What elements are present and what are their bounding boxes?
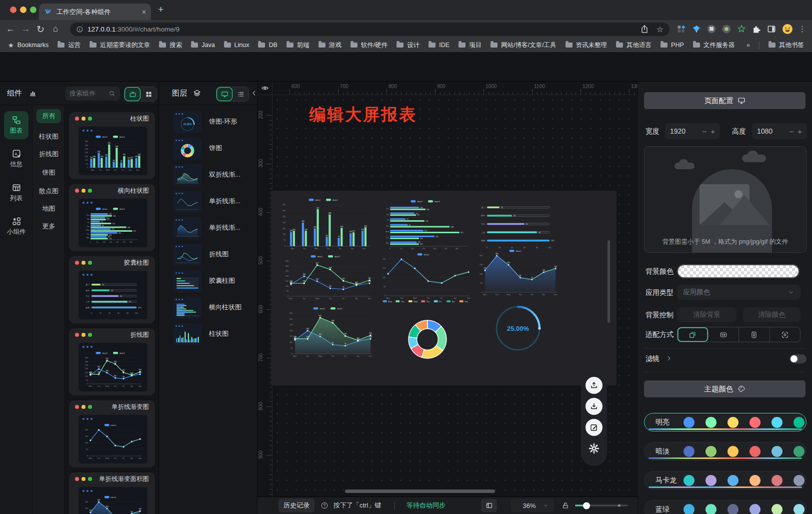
layer-item[interactable]: 横向柱状图 bbox=[159, 296, 257, 321]
extension-cmd-icon[interactable]: ⌘ bbox=[706, 24, 716, 34]
lock-icon[interactable] bbox=[562, 501, 570, 509]
other-bookmarks[interactable]: 其他书签 bbox=[768, 41, 804, 50]
ruler-corner[interactable] bbox=[258, 82, 272, 95]
bookmarks-root[interactable]: ★Bookmarks bbox=[8, 42, 48, 49]
profile-avatar[interactable] bbox=[782, 23, 794, 35]
sidebar-item-3[interactable]: 小组件 bbox=[4, 216, 28, 236]
sidebar-toggle-icon[interactable] bbox=[766, 24, 776, 34]
close-window-button[interactable] bbox=[10, 7, 16, 13]
vertical-scrollbar[interactable] bbox=[608, 240, 610, 323]
extension-star-icon[interactable] bbox=[736, 24, 746, 34]
fit-auto-button[interactable] bbox=[678, 327, 708, 342]
help-icon[interactable] bbox=[320, 501, 328, 509]
capsule-chart[interactable]: 厦门20南阳40北京60上海80新疆100020406080100 bbox=[476, 199, 558, 252]
theme-row-马卡龙[interactable]: 马卡龙 bbox=[644, 471, 806, 489]
bookmark-folder[interactable]: 近期需要读的文章 bbox=[90, 41, 150, 50]
minimize-window-button[interactable] bbox=[20, 7, 26, 13]
filter-toggle[interactable] bbox=[790, 354, 806, 363]
bookmark-folder[interactable]: 项目 bbox=[458, 41, 482, 50]
background-upload-dropzone[interactable]: 背景图需小于 5M ，格式为 png/jpg/gif 的文件 bbox=[644, 146, 806, 253]
fit-height-button[interactable] bbox=[739, 327, 770, 342]
category-折线图[interactable]: 折线图 bbox=[36, 147, 61, 161]
bookmark-folder[interactable]: 网站/博客/文章/工具 bbox=[490, 41, 556, 50]
extensions-puzzle-icon[interactable] bbox=[752, 24, 762, 34]
component-card[interactable]: 柱状图data1data2050100150200250300350120200… bbox=[69, 112, 155, 179]
chevron-right-icon[interactable] bbox=[666, 355, 672, 362]
horizontal-scrollbar[interactable] bbox=[345, 489, 495, 493]
height-minus[interactable]: − bbox=[789, 127, 794, 136]
bookmark-folder[interactable]: DB bbox=[258, 42, 277, 49]
bookmark-folder[interactable]: 其他语言 bbox=[616, 41, 652, 50]
forward-icon[interactable]: → bbox=[18, 24, 33, 35]
import-button[interactable] bbox=[586, 398, 602, 415]
grid-view-toggle[interactable] bbox=[140, 87, 156, 101]
category-地图[interactable]: 地图 bbox=[36, 202, 61, 216]
bookmark-folder[interactable]: 设计 bbox=[396, 41, 420, 50]
app-type-select[interactable]: 应用颜色 bbox=[677, 285, 800, 300]
clear-color-button[interactable]: 清除颜色 bbox=[743, 307, 800, 322]
export-button[interactable] bbox=[586, 377, 602, 394]
search-input[interactable]: 搜索组件 bbox=[65, 87, 120, 101]
layer-item[interactable]: 胶囊柱图 bbox=[159, 269, 257, 294]
single-view-toggle[interactable] bbox=[124, 87, 140, 101]
category-饼图[interactable]: 饼图 bbox=[36, 166, 61, 180]
sidebar-item-0[interactable]: 图表 bbox=[4, 111, 28, 139]
maximize-window-button[interactable] bbox=[30, 7, 36, 13]
bookmark-folder[interactable]: PHP bbox=[660, 42, 684, 49]
category-散点图[interactable]: 散点图 bbox=[36, 184, 61, 198]
height-input[interactable]: 1080 −+ bbox=[752, 123, 807, 139]
layer-item[interactable]: 25.00%饼图-环形 bbox=[159, 110, 257, 135]
browser-menu-icon[interactable]: ⋮ bbox=[798, 25, 806, 34]
bookmark-star-icon[interactable]: ☆ bbox=[656, 25, 664, 34]
zoom-slider-knob[interactable] bbox=[583, 502, 590, 509]
home-icon[interactable]: ⌂ bbox=[48, 24, 63, 34]
bookmark-folder[interactable]: Java bbox=[191, 42, 214, 49]
bookmark-folder[interactable]: 文件服务器 bbox=[693, 41, 735, 50]
sidebar-item-2[interactable]: 列表 bbox=[4, 183, 28, 203]
donut-chart[interactable]: MonTueWedThuFriSatSun bbox=[365, 298, 490, 374]
dual-line-chart[interactable]: data1data2050100150200250300350120200150… bbox=[281, 253, 375, 302]
bookmark-folder[interactable]: IDE bbox=[428, 42, 450, 49]
back-icon[interactable]: ← bbox=[3, 24, 18, 35]
extension-grid-icon[interactable] bbox=[676, 24, 686, 34]
width-input[interactable]: 1920 −+ bbox=[665, 123, 720, 139]
gradient-line-chart[interactable]: data10501001502001202001508070110130MonT… bbox=[475, 248, 561, 298]
history-panel-button[interactable] bbox=[481, 499, 497, 512]
site-info-icon[interactable] bbox=[76, 26, 84, 33]
layer-item[interactable]: 双折线渐... bbox=[159, 163, 257, 188]
bookmark-folder[interactable]: Linux bbox=[224, 42, 250, 49]
collapse-panel-icon[interactable] bbox=[250, 89, 258, 97]
sidebar-item-1[interactable]: A信息 bbox=[4, 149, 28, 169]
layer-item[interactable]: 折线图 bbox=[159, 243, 257, 268]
bookmark-folder[interactable]: 搜索 bbox=[159, 41, 182, 50]
edit-button[interactable] bbox=[586, 419, 602, 436]
category-所有[interactable]: 所有 bbox=[36, 109, 61, 123]
browser-tab[interactable]: 工作空间-各种组件 × bbox=[39, 4, 151, 20]
settings-gear-button[interactable] bbox=[586, 440, 602, 457]
bar-chart[interactable]: data1data2050100150200250300350120200150… bbox=[278, 197, 374, 252]
category-柱状图[interactable]: 柱状图 bbox=[36, 130, 61, 144]
share-icon[interactable] bbox=[640, 24, 650, 34]
component-card[interactable]: 胶囊柱图厦门20南阳40北京60上海80新疆100020406080100 bbox=[69, 256, 155, 323]
dashboard-artboard[interactable]: data1data2050100150200250300350120200150… bbox=[271, 191, 616, 385]
component-card[interactable]: 单折线渐变面积图data1050100150200120200150807011… bbox=[69, 472, 155, 514]
bookmark-folder[interactable]: 软件/硬件 bbox=[350, 41, 388, 50]
clear-background-button[interactable]: 清除背景 bbox=[677, 307, 736, 322]
category-更多[interactable]: 更多 bbox=[36, 219, 61, 233]
new-tab-button[interactable]: + bbox=[158, 4, 164, 15]
theme-row-明亮[interactable]: 明亮 bbox=[644, 413, 806, 431]
bookmark-folder[interactable]: 运营 bbox=[58, 41, 80, 50]
layer-item[interactable]: 单折线渐... bbox=[159, 190, 257, 215]
component-card[interactable]: 横向柱状图data1data2130160Sun110117Sat70155Fr… bbox=[69, 184, 155, 251]
theme-row-暗淡[interactable]: 暗淡 bbox=[644, 442, 806, 460]
address-bar[interactable]: 127.0.0.1:3000/#/chart/home/9 ☆ bbox=[70, 23, 670, 36]
bookmarks-overflow-icon[interactable]: » bbox=[746, 42, 750, 49]
bookmark-folder[interactable]: 游戏 bbox=[318, 41, 342, 50]
component-card[interactable]: 折线图data1data2050100150200250300350120200… bbox=[69, 328, 155, 395]
component-card[interactable]: 单折线渐变图data1050100150200MonTueWedThuFriSa… bbox=[69, 400, 155, 467]
history-button[interactable]: 历史记录 bbox=[278, 498, 314, 512]
layer-list-toggle[interactable] bbox=[232, 87, 248, 101]
width-plus[interactable]: + bbox=[710, 127, 715, 136]
extension-dot-icon[interactable] bbox=[722, 24, 732, 34]
zoom-slider[interactable] bbox=[575, 505, 628, 506]
